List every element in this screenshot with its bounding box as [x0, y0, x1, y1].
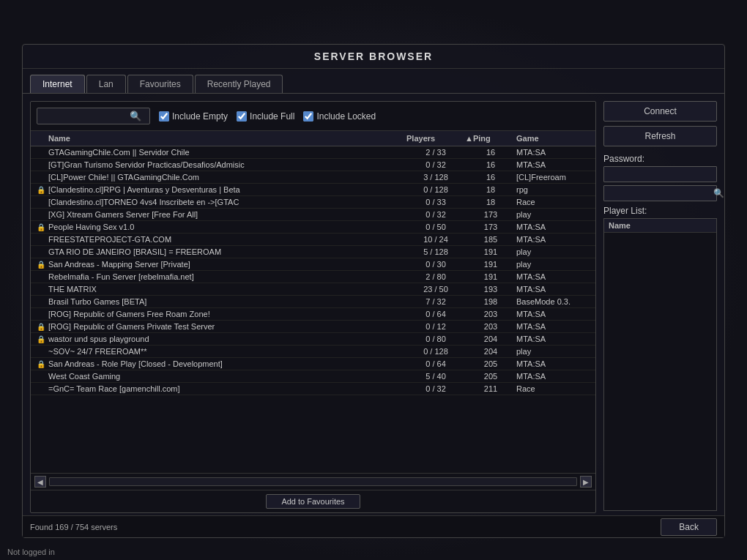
- server-name: GTAGamingChile.Com || Servidor Chile: [48, 148, 406, 157]
- scroll-left-button[interactable]: ◀: [34, 476, 46, 488]
- table-row[interactable]: 🔒 [Clandestino.cl]RPG | Aventuras y Desv…: [31, 184, 595, 196]
- table-row[interactable]: GTAGamingChile.Com || Servidor Chile 2 /…: [31, 146, 595, 159]
- server-game: rpg: [516, 185, 590, 194]
- server-players: 2 / 80: [406, 272, 465, 281]
- col-name[interactable]: Name: [48, 134, 406, 143]
- server-ping: 203: [465, 310, 516, 318]
- table-row[interactable]: THE MATRIX 23 / 50 193 MTA:SA: [31, 283, 595, 296]
- server-ping: 191: [465, 247, 516, 256]
- server-game: BaseMode 0.3.: [516, 297, 590, 306]
- table-row[interactable]: 🔒 San Andreas - Mapping Server [Private]…: [31, 258, 595, 271]
- table-row[interactable]: [ROG] Republic of Gamers Free Roam Zone!…: [31, 308, 595, 321]
- found-servers-text: Found 169 / 754 servers: [30, 523, 661, 531]
- col-ping[interactable]: ▲Ping: [465, 134, 516, 143]
- search-input[interactable]: [42, 111, 130, 122]
- connect-button[interactable]: Connect: [603, 101, 717, 122]
- table-row[interactable]: [Clandestino.cl]TORNEO 4vs4 Inscribete e…: [31, 196, 595, 209]
- server-players: 0 / 30: [406, 260, 465, 269]
- table-row[interactable]: 🔒 People Having Sex v1.0 0 / 50 173 MTA:…: [31, 221, 595, 234]
- lock-icon: 🔒: [37, 223, 48, 231]
- include-full-checkbox[interactable]: [237, 111, 247, 122]
- table-row[interactable]: 🔒 [ROG] Republic of Gamers Private Test …: [31, 321, 595, 333]
- server-ping: 173: [465, 223, 516, 231]
- server-name: [CL]Power Chile! || GTAGamingChile.Com: [48, 173, 406, 182]
- tab-lan[interactable]: Lan: [86, 75, 126, 93]
- table-row[interactable]: [XG] Xtream Gamers Server [Free For All]…: [31, 209, 595, 221]
- add-to-favourites-button[interactable]: Add to Favourites: [266, 494, 360, 509]
- table-row[interactable]: GTA RIO DE JANEIRO [BRASIL] = FREEROAM 5…: [31, 246, 595, 258]
- search-right-icon: 🔍: [711, 186, 726, 201]
- col-players[interactable]: Players: [406, 134, 465, 143]
- server-players: 0 / 33: [406, 198, 465, 206]
- include-empty-label[interactable]: Include Empty: [159, 111, 228, 122]
- scroll-right-button[interactable]: ▶: [580, 476, 592, 488]
- lock-icon: 🔒: [37, 261, 48, 269]
- server-ping: 191: [465, 260, 516, 269]
- server-name: Brasil Turbo Games [BETA]: [48, 297, 406, 306]
- server-players: 0 / 64: [406, 310, 465, 318]
- server-name: [GT]Gran Turismo Servidor Practicas/Desa…: [48, 160, 406, 169]
- player-list-label: Player List:: [603, 206, 717, 216]
- table-row[interactable]: 🔒 San Andreas - Role Play [Closed - Deve…: [31, 358, 595, 370]
- password-input[interactable]: [603, 166, 717, 182]
- server-players: 0 / 50: [406, 223, 465, 231]
- lock-icon: 🔒: [37, 360, 48, 368]
- table-row[interactable]: FREESTATEPROJECT-GTA.COM 10 / 24 185 MTA…: [31, 234, 595, 246]
- server-players: 0 / 12: [406, 322, 465, 331]
- main-window: SERVER BROWSER Internet Lan Favourites R…: [22, 44, 725, 538]
- lock-icon: 🔒: [37, 186, 48, 194]
- server-players: 0 / 64: [406, 359, 465, 368]
- table-row[interactable]: ~SOV~ 24/7 FREEROAM** 0 / 128 204 play: [31, 346, 595, 358]
- content-area: 🔍 Include Empty Include Full Include Loc…: [23, 94, 724, 520]
- server-players: 3 / 128: [406, 173, 465, 182]
- back-button[interactable]: Back: [661, 518, 717, 536]
- server-players: 2 / 33: [406, 148, 465, 157]
- server-ping: 16: [465, 173, 516, 182]
- server-name: GTA RIO DE JANEIRO [BRASIL] = FREEROAM: [48, 247, 406, 256]
- include-locked-label[interactable]: Include Locked: [303, 111, 376, 122]
- server-name: San Andreas - Mapping Server [Private]: [48, 260, 406, 269]
- server-game: MTA:SA: [516, 372, 590, 381]
- search-right-input[interactable]: [604, 186, 711, 201]
- tab-favourites[interactable]: Favourites: [127, 75, 193, 93]
- server-name: West Coast Gaming: [48, 372, 406, 381]
- server-players: 0 / 32: [406, 384, 465, 393]
- refresh-button[interactable]: Refresh: [603, 126, 717, 146]
- server-game: Race: [516, 384, 590, 393]
- server-players: 5 / 40: [406, 372, 465, 381]
- table-row[interactable]: Brasil Turbo Games [BETA] 7 / 32 198 Bas…: [31, 296, 595, 308]
- tab-internet[interactable]: Internet: [30, 75, 85, 93]
- server-players: 0 / 128: [406, 347, 465, 356]
- table-row[interactable]: 🔒 wastor und spus playground 0 / 80 204 …: [31, 333, 595, 346]
- right-panel: Connect Refresh Password: 🔍 Player List:…: [603, 101, 717, 513]
- server-players: 5 / 128: [406, 247, 465, 256]
- server-name: [Clandestino.cl]TORNEO 4vs4 Inscribete e…: [48, 198, 406, 206]
- table-row[interactable]: [GT]Gran Turismo Servidor Practicas/Desa…: [31, 159, 595, 171]
- server-game: MTA:SA: [516, 235, 590, 244]
- horizontal-scrollbar[interactable]: [49, 477, 577, 486]
- table-row[interactable]: Rebelmafia - Fun Server [rebelmafia.net]…: [31, 271, 595, 283]
- server-name: Rebelmafia - Fun Server [rebelmafia.net]: [48, 272, 406, 281]
- server-players: 0 / 128: [406, 185, 465, 194]
- server-ping: 205: [465, 359, 516, 368]
- col-game[interactable]: Game: [516, 134, 590, 143]
- server-ping: 211: [465, 384, 516, 393]
- tab-recently-played[interactable]: Recently Played: [195, 75, 283, 93]
- table-row[interactable]: West Coast Gaming 5 / 40 205 MTA:SA: [31, 370, 595, 383]
- server-ping: 185: [465, 235, 516, 244]
- table-row[interactable]: [CL]Power Chile! || GTAGamingChile.Com 3…: [31, 171, 595, 184]
- server-ping: 16: [465, 160, 516, 169]
- include-locked-checkbox[interactable]: [303, 111, 313, 122]
- search-box: 🔍: [37, 108, 150, 124]
- not-logged-in-text: Not logged in: [7, 548, 55, 556]
- include-empty-checkbox[interactable]: [159, 111, 169, 122]
- player-list-section: Player List: Name: [603, 206, 717, 513]
- server-name: wastor und spus playground: [48, 335, 406, 343]
- include-full-label[interactable]: Include Full: [237, 111, 294, 122]
- horizontal-scrollbar-area: ◀ ▶: [31, 473, 595, 490]
- server-game: play: [516, 247, 590, 256]
- server-players: 0 / 32: [406, 210, 465, 219]
- table-row[interactable]: =GnC= Team Race [gamenchill.com] 0 / 32 …: [31, 383, 595, 395]
- server-name: =GnC= Team Race [gamenchill.com]: [48, 384, 406, 393]
- server-list[interactable]: GTAGamingChile.Com || Servidor Chile 2 /…: [31, 146, 595, 473]
